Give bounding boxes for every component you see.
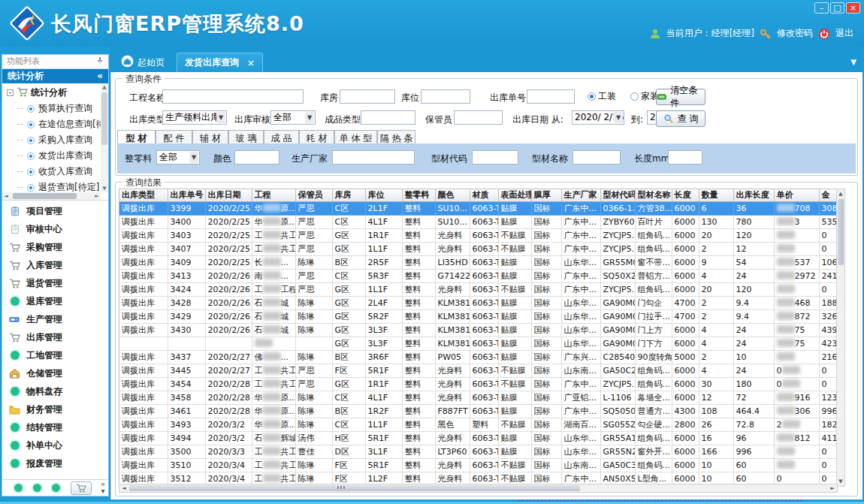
scroll-down-icon[interactable]: ▼ <box>101 185 108 192</box>
minimize-button[interactable]: – <box>814 2 829 14</box>
scroll-up-icon[interactable]: ▲ <box>837 189 844 198</box>
location-input[interactable] <box>421 89 470 104</box>
pin-icon[interactable] <box>96 55 104 68</box>
table-row[interactable]: 调拨出库35002020/3/3工共工程曹佳D区3L1F整料LT3P606063… <box>119 445 838 458</box>
tree-item-3[interactable]: 发货出库查询 <box>2 148 108 164</box>
table-row[interactable]: 调拨出库34932020/3/2华原...陈琳C区1L1F整料黑色塑料不贴膜国标… <box>119 418 838 431</box>
table-row[interactable]: 调拨出库34072020/2/25工共工程严思G区1L1F整料光身料6063-T… <box>119 242 838 255</box>
tree-expander-icon[interactable]: - <box>7 89 14 96</box>
scroll-right-icon[interactable]: ► <box>828 484 837 492</box>
collapse-icon[interactable]: « <box>97 69 103 83</box>
search-button[interactable]: 查 询 <box>656 110 705 127</box>
tree-vertical-scrollbar[interactable]: ▲ ▼ <box>101 83 108 192</box>
sidebar-item-9[interactable]: 仓储管理 <box>2 364 108 382</box>
sidebar-item-8[interactable]: 工地管理 <box>2 346 108 364</box>
date-from-combo[interactable]: 2020/ 2/16▼ <box>572 110 624 125</box>
column-header[interactable]: 整零料 <box>402 189 435 201</box>
table-row[interactable]: 调拨出库34292020/2/26石城陈琳G区5R2F整料KLM38176063… <box>119 309 838 323</box>
sidebar-item-14[interactable]: 报废管理 <box>2 454 108 472</box>
vertical-scroll-thumb[interactable] <box>838 199 844 265</box>
radio-home[interactable]: 家装 <box>630 90 659 103</box>
close-button[interactable]: × <box>846 2 860 14</box>
logout-link[interactable]: 退出 <box>835 27 853 40</box>
change-password-link[interactable]: 修改密码 <box>777 27 813 40</box>
table-row[interactable]: 调拨出库34032020/2/25工共工程严思G区1R1F整料光身料6063-T… <box>119 228 838 242</box>
module-dot-icon[interactable] <box>14 484 23 492</box>
maximize-button[interactable]: □ <box>830 2 844 14</box>
sidebar-item-4[interactable]: 退货管理 <box>2 274 108 292</box>
table-row[interactable]: 调拨出库34372020/2/27佛...陈琳B区3R6F整料PW056063-… <box>119 350 838 364</box>
sidebar-item-7[interactable]: 出库管理 <box>2 328 108 346</box>
whole-piece-combo[interactable]: 全部▼ <box>156 150 200 164</box>
column-header[interactable]: 材质 <box>470 189 498 201</box>
column-header[interactable]: 表面处理 <box>498 189 531 201</box>
column-header[interactable]: 出库长度 <box>733 189 774 201</box>
scroll-right-icon[interactable]: ► <box>93 192 101 200</box>
keeper-input[interactable] <box>454 110 503 125</box>
module-dot-icon[interactable] <box>52 484 60 492</box>
column-header[interactable]: 型材代码 <box>600 189 635 201</box>
column-header[interactable]: 生产厂家 <box>561 189 600 201</box>
sidebar-item-13[interactable]: 补单中心 <box>2 436 108 454</box>
column-header[interactable]: 颜色 <box>435 189 470 201</box>
table-row[interactable]: 调拨出库35102020/3/4工共工程陈琳F区5R1F整料光身料6063-T5… <box>119 458 838 472</box>
section-statistics-header[interactable]: 统计分析 « <box>2 69 108 83</box>
sidebar-item-12[interactable]: 结转管理 <box>2 418 108 436</box>
sidebar-item-5[interactable]: 退库管理 <box>2 292 108 310</box>
column-header[interactable]: 库房 <box>332 189 365 201</box>
tree-item-2[interactable]: 采购入库查询 <box>2 132 108 148</box>
column-header[interactable]: 长度 <box>672 189 699 201</box>
project-name-input[interactable] <box>162 89 304 104</box>
tree-item-4[interactable]: 收货入库查询 <box>2 164 108 180</box>
tab-home[interactable]: 起始页 <box>113 53 172 72</box>
tab-close-icon[interactable]: × <box>247 58 255 68</box>
column-header[interactable]: 出库日期 <box>205 189 252 201</box>
scroll-grip[interactable] <box>337 486 346 489</box>
module-dot-icon[interactable] <box>33 484 41 492</box>
out-type-combo[interactable]: 生产领料出库▼ <box>162 110 227 125</box>
table-row[interactable]: 调拨出库34582020/2/28华原...陈琳C区4L1F整料光身料6063-… <box>119 391 838 404</box>
scroll-left-icon[interactable]: ◄ <box>119 484 128 492</box>
table-row[interactable]: 调拨出库34542020/2/28工共工程严思G区1R1F整料光身料6063-T… <box>119 377 838 391</box>
table-row[interactable]: 调拨出库34092020/2/25长...陈琳B区2R5F整料LI35HD606… <box>119 255 838 269</box>
overflow-chevron[interactable]: »▾ <box>101 481 105 494</box>
table-row[interactable]: 调拨出库34612020/2/28华原...陈琳B区1R2F整料F887FT60… <box>119 404 838 418</box>
column-header[interactable]: 出库单号 <box>168 189 205 201</box>
column-header[interactable]: 膜厚 <box>531 189 561 201</box>
order-no-input[interactable] <box>527 89 575 104</box>
table-row[interactable]: 调拨出库34132020/2/26南...严思C区5R3F整料G71422606… <box>119 269 838 282</box>
sidebar-item-2[interactable]: 采购管理 <box>2 238 108 256</box>
sidebar-item-1[interactable]: 审核中心 <box>2 220 108 238</box>
sidebar-item-3[interactable]: 入库管理 <box>2 256 108 274</box>
scroll-down-icon[interactable]: ▼ <box>837 477 844 486</box>
clear-conditions-button[interactable]: 清空条件 <box>656 89 705 105</box>
length-input[interactable] <box>668 150 702 164</box>
sidebar-item-6[interactable]: 生产管理 <box>2 310 108 328</box>
sidebar-item-11[interactable]: 财务管理 <box>2 400 108 418</box>
profile-name-input[interactable] <box>572 150 621 164</box>
sidebar-item-0[interactable]: 项目管理 <box>2 202 108 220</box>
scroll-up-icon[interactable]: ▲ <box>101 83 108 91</box>
profile-code-input[interactable] <box>472 150 518 164</box>
warehouse-input[interactable] <box>340 89 395 104</box>
grid-vertical-scrollbar[interactable]: ▲ ▼ <box>836 189 845 487</box>
column-header[interactable]: 库位 <box>365 189 402 201</box>
manufacturer-input[interactable] <box>332 150 415 164</box>
column-header[interactable]: 金 <box>819 189 838 201</box>
table-row[interactable]: G区3L3F整料KLM38176063-T5贴膜国标山东华...GA90M09.… <box>119 337 838 350</box>
table-row[interactable]: 调拨出库34242020/2/26工工程严思G区1L1F整料光身料6063-T5… <box>119 282 838 296</box>
column-header[interactable]: 出库类型 <box>119 189 168 201</box>
audit-combo[interactable]: 全部▼ <box>270 110 316 125</box>
table-row[interactable]: 调拨出库33992020/2/25华原...严思C区2L1F整料SU10...6… <box>119 201 838 215</box>
color-input[interactable] <box>234 150 279 164</box>
sidebar-item-10[interactable]: 物料盘存 <box>2 382 108 400</box>
table-row[interactable]: 调拨出库34002020/2/25华原...严思C区4L1F整料SU10...6… <box>119 215 838 228</box>
table-row[interactable]: 调拨出库34302020/2/26石城陈琳G区3L3F整料KLM38176063… <box>119 323 838 337</box>
table-row[interactable]: 调拨出库34942020/3/2石辉城汤伟H区5R1F整料光身料6063-T5贴… <box>119 431 838 445</box>
tab-list-dropdown-icon[interactable]: ▼ <box>850 58 856 66</box>
tab-shipment-query[interactable]: 发货出库查询 × <box>177 53 263 72</box>
tree-item-1[interactable]: 在途信息查询[待 <box>2 116 108 132</box>
tree-horizontal-scrollbar[interactable]: ◄ ► <box>2 192 101 200</box>
radio-industrial[interactable]: 工装 <box>588 90 616 103</box>
grid-horizontal-scrollbar[interactable]: ◄ ► <box>119 484 838 493</box>
